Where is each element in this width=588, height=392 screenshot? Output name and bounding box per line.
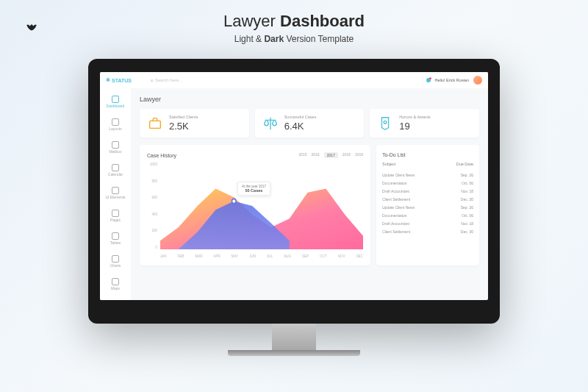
stat-icon — [377, 115, 393, 132]
year-tabs: 20152016201720182019 — [298, 152, 363, 158]
sidebar-item-tables[interactable]: Tables — [100, 231, 131, 246]
stat-icon — [262, 115, 279, 132]
sidebar-item-charts[interactable]: Charts — [100, 254, 131, 269]
vendor-badge — [13, 9, 50, 46]
todo-row[interactable]: Update Client NewsSep. 26 — [382, 203, 473, 211]
todo-row[interactable]: Update Client NewsSep. 26 — [382, 171, 473, 179]
todo-title: To-Do List — [382, 152, 473, 157]
page-title: Lawyer — [140, 96, 479, 103]
year-tab[interactable]: 2016 — [312, 152, 320, 158]
topbar: ✻ STATUS ⌕ Search here... Hello! Erick R… — [100, 72, 488, 88]
promo-title: Lawyer Dashboard — [0, 0, 588, 31]
todo-col-subject: Subject — [382, 162, 395, 166]
sidebar-item-maps[interactable]: Maps — [100, 277, 131, 292]
nav-icon — [112, 278, 119, 285]
nav-icon — [112, 96, 119, 103]
todo-col-due: Due Date — [456, 162, 473, 166]
notification-icon[interactable] — [426, 78, 431, 82]
todo-row[interactable]: Draft AccountantNov. 18 — [382, 219, 473, 227]
todo-row[interactable]: Client SettlementDec. 30 — [382, 195, 473, 203]
stat-card: Satisfied Clients2.5K — [140, 109, 249, 138]
todo-row[interactable]: Draft AccountantNov. 18 — [382, 187, 473, 195]
todo-row[interactable]: DocumentationOct. 06 — [382, 211, 473, 219]
sidebar-item-profile[interactable]: Profile — [100, 299, 131, 300]
todo-row[interactable]: DocumentationOct. 06 — [382, 179, 473, 187]
sidebar-item-calendar[interactable]: Calendar — [100, 163, 131, 178]
todo-card: To-Do List Subject Due Date Update Clien… — [376, 145, 479, 266]
svg-point-1 — [384, 121, 387, 124]
stat-card: Honors & Awards19 — [370, 109, 479, 138]
search-input[interactable]: ⌕ Search here... — [151, 78, 422, 82]
nav-icon — [112, 255, 119, 263]
bat-icon — [25, 21, 38, 34]
user-greeting: Hello! Erick Rowan — [435, 78, 469, 82]
promo-subtitle: Light & Dark Version Template — [0, 34, 588, 44]
avatar[interactable] — [473, 76, 482, 85]
brand-logo[interactable]: ✻ STATUS — [106, 77, 132, 83]
year-tab[interactable]: 2015 — [298, 152, 306, 158]
year-tab[interactable]: 2019 — [355, 152, 363, 158]
svg-point-2 — [232, 199, 237, 203]
sidebar: DashboardLayoutsMailboxCalendarUI Elemen… — [100, 88, 131, 300]
nav-icon — [112, 210, 119, 217]
nav-icon — [112, 232, 119, 240]
year-tab[interactable]: 2017 — [324, 152, 338, 158]
stat-card: Successful Cases6.4K — [255, 109, 365, 138]
svg-rect-0 — [150, 121, 161, 128]
nav-icon — [112, 141, 119, 149]
case-history-card: Case History 20152016201720182019 100080… — [140, 145, 370, 266]
area-chart — [160, 163, 363, 249]
sidebar-item-mailbox[interactable]: Mailbox — [100, 140, 131, 155]
chart-title: Case History — [147, 153, 176, 158]
sidebar-item-pages[interactable]: Pages — [100, 208, 131, 224]
main-content: Lawyer Satisfied Clients2.5KSuccessful C… — [131, 88, 488, 300]
stat-icon — [147, 115, 163, 132]
sidebar-item-dashboard[interactable]: Dashboard — [100, 94, 131, 110]
nav-icon — [112, 164, 119, 171]
sidebar-item-layouts[interactable]: Layouts — [100, 117, 131, 132]
todo-row[interactable]: Client SettlementDec. 30 — [382, 227, 473, 235]
sidebar-item-ui-elements[interactable]: UI Elements — [100, 185, 131, 201]
chart-area: 10008006004002000 — [147, 163, 363, 258]
nav-icon — [112, 118, 119, 126]
chart-tooltip: At the year 2017 50 Cases — [237, 182, 270, 196]
nav-icon — [112, 187, 119, 194]
year-tab[interactable]: 2018 — [343, 152, 351, 158]
app-screen: ✻ STATUS ⌕ Search here... Hello! Erick R… — [100, 72, 488, 300]
monitor-mockup: ✻ STATUS ⌕ Search here... Hello! Erick R… — [88, 59, 500, 356]
